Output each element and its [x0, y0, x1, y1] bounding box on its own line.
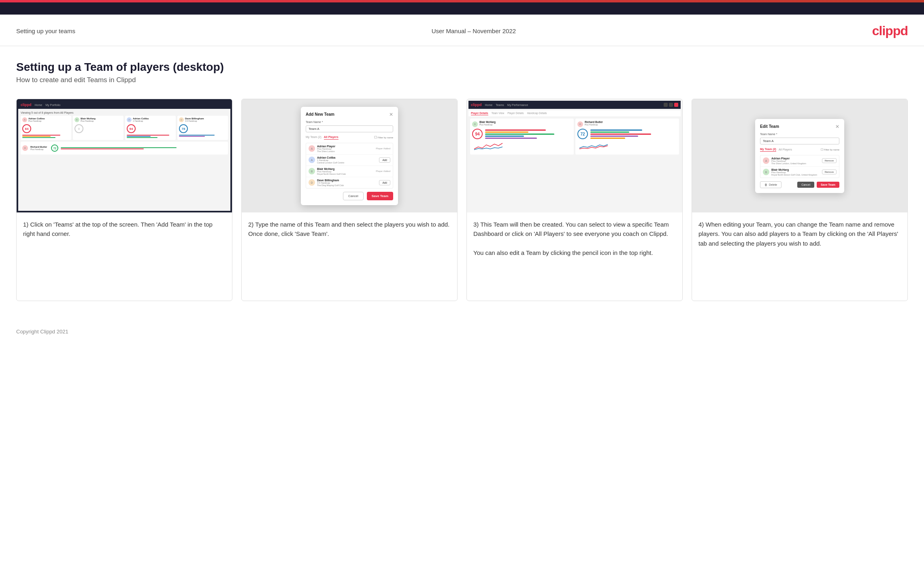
ss1-score-4: 78: [179, 124, 188, 133]
copyright-text: Copyright Clippd 2021: [16, 329, 68, 335]
modal-title: Add New Team: [306, 112, 334, 117]
player-added-label-1: Player Added: [376, 147, 390, 150]
ss1-avatar-4: D: [179, 117, 184, 122]
modal-player-row-4: D Dave Billingham 3.5 Handicap The Ding …: [306, 177, 393, 188]
ss3-score-row-2: 72: [577, 129, 677, 139]
edit-player-list: A Adrian Player Plus Handicap The Shire …: [760, 155, 839, 178]
ss1-bottom-score: 72: [51, 144, 58, 152]
edit-tab-all-players[interactable]: All Players: [779, 148, 792, 151]
ss3-players-grid: B Blair McHarg Plus Handicap 94: [468, 119, 681, 155]
page-subtitle: How to create and edit Teams in Clippd: [16, 76, 908, 84]
remove-player-button-1[interactable]: Remove: [822, 158, 837, 163]
edit-right-buttons: Cancel Save Team: [797, 182, 839, 188]
ss3-chart-1: [472, 141, 505, 151]
ss1-score-2: 0: [75, 124, 83, 133]
ss3-bars-2: [590, 129, 677, 139]
edit-save-team-button[interactable]: Save Team: [817, 182, 839, 188]
ss1-player-card-3: A Adrian Coliba 1 Handicap 94: [125, 116, 176, 140]
ss3-chart-2: [577, 141, 610, 151]
ss3-player-card-1: B Blair McHarg Plus Handicap 94: [470, 119, 574, 155]
ss1-nav-home: Home: [35, 104, 43, 106]
ss1-player-card-4: D Dave Billingham 3.5 Handicap 78: [177, 116, 228, 140]
ss1-logo: clippd: [21, 103, 32, 107]
edit-team-name-input[interactable]: [760, 138, 839, 144]
modal-player-info-1: Adrian Player Plus Handicap The Shire Lo…: [317, 145, 374, 153]
header-section-label: Setting up your teams: [16, 28, 75, 34]
edit-tab-my-team[interactable]: My Team (2): [760, 148, 776, 152]
save-team-button[interactable]: Save Team: [367, 192, 393, 200]
ss3-player-name-2: Richard Butler: [585, 121, 603, 123]
modal-avatar-2: A: [309, 157, 315, 163]
modal-title-row: Add New Team ✕: [306, 112, 393, 117]
screenshot-3: clippd Home Teams My Performance Player …: [467, 99, 682, 212]
modal-player-info-3: Blair McHarg Plus Handicap Royal North D…: [317, 168, 374, 175]
modal-player-list: A Adrian Player Plus Handicap The Shire …: [306, 143, 393, 189]
add-player-button-2[interactable]: Add: [379, 157, 390, 163]
ss1-nav: clippd Home My Portfolio: [18, 101, 230, 109]
edit-tabs: My Team (2) All Players ☐ Filter by name: [760, 148, 839, 152]
ss1-avatar-3: A: [127, 117, 132, 122]
card-2-text: 2) Type the name of this Team and then s…: [242, 212, 457, 301]
ss3-player-card-2: R Richard Butler Plus Handicap 72: [575, 119, 679, 155]
ss3-player-name-1: Blair McHarg: [479, 121, 496, 123]
ss1-bottom-avatar: R: [22, 145, 28, 151]
card-4-text: 4) When editing your Team, you can chang…: [692, 212, 907, 301]
modal-player-row-2: A Adrian Coliba 1 Handicap Central Londo…: [306, 155, 393, 166]
remove-player-button-2[interactable]: Remove: [822, 170, 837, 174]
edit-team-modal: Edit Team ✕ Team Name * My Team (2) All …: [755, 119, 844, 193]
delete-button[interactable]: 🗑 Delete: [760, 181, 781, 188]
ss3-logo: clippd: [471, 103, 482, 107]
edit-team-name-label: Team Name *: [760, 133, 839, 136]
header: Setting up your teams User Manual – Nove…: [0, 15, 924, 46]
ss1-avatar-1: A: [22, 117, 27, 122]
ss3-icon-1: [664, 103, 668, 107]
ss3-icon-3: [674, 103, 678, 107]
modal-team-name-input[interactable]: [306, 125, 393, 132]
modal-avatar-1: A: [309, 145, 315, 152]
card-3: clippd Home Teams My Performance Player …: [466, 99, 683, 301]
edit-player-row-1: A Adrian Player Plus Handicap The Shire …: [760, 155, 839, 167]
player-added-label-3: Player Added: [376, 170, 390, 172]
edit-player-row-2: B Blair McHarg Plus Handicap Royal North…: [760, 167, 839, 178]
modal-close-icon[interactable]: ✕: [389, 112, 393, 117]
tab-all-players[interactable]: All Players: [324, 136, 339, 140]
top-bar: [0, 0, 924, 15]
edit-filter-label: ☐ Filter by name: [821, 148, 839, 151]
modal-footer: Cancel Save Team: [306, 192, 393, 200]
edit-modal-close-icon[interactable]: ✕: [835, 124, 839, 129]
ss3-score-1: 94: [472, 129, 483, 139]
edit-cancel-button[interactable]: Cancel: [797, 182, 814, 188]
card-3-text: 3) This Team will then be created. You c…: [467, 212, 682, 301]
edit-footer: 🗑 Delete Cancel Save Team: [760, 181, 839, 188]
modal-avatar-3: B: [309, 168, 315, 174]
ss3-nav-home: Home: [485, 104, 493, 106]
edit-player-info-1: Adrian Player Plus Handicap The Shire Lo…: [771, 157, 820, 165]
header-manual-label: User Manual – November 2022: [432, 28, 516, 34]
cancel-button[interactable]: Cancel: [343, 192, 364, 200]
trash-icon: 🗑: [764, 183, 767, 186]
edit-avatar-1: A: [763, 157, 769, 164]
ss3-nav: clippd Home Teams My Performance: [468, 101, 681, 109]
edit-modal-title: Edit Team: [760, 124, 779, 129]
ss3-icon-2: [669, 103, 673, 107]
ss1-score-1: 84: [22, 124, 31, 133]
modal-player-row-1: A Adrian Player Plus Handicap The Shire …: [306, 143, 393, 155]
edit-player-info-2: Blair McHarg Plus Handicap Royal North D…: [771, 168, 820, 176]
card-4: Edit Team ✕ Team Name * My Team (2) All …: [692, 99, 908, 301]
top-bar-accent: [0, 0, 924, 2]
screenshot-2: Add New Team ✕ Team Name * My Team (2) A…: [242, 99, 457, 212]
modal-player-info-4: Dave Billingham 3.5 Handicap The Ding Ma…: [317, 179, 377, 187]
ss3-score-2: 72: [577, 129, 588, 139]
ss1-bottom-player: R Richard Butler Plus Handicap 72: [21, 142, 228, 155]
ss1-player-card-2: B Blair McHarg Plus Handicap 0: [73, 116, 123, 140]
tab-my-team[interactable]: My Team (2): [306, 136, 321, 139]
screenshot-4: Edit Team ✕ Team Name * My Team (2) All …: [692, 99, 907, 212]
ss3-bars-1: [485, 129, 572, 139]
ss3-nav-perf: My Performance: [507, 104, 528, 106]
modal-team-name-label: Team Name *: [306, 121, 393, 123]
modal-player-row-3: B Blair McHarg Plus Handicap Royal North…: [306, 166, 393, 177]
card-1-text: 1) Click on 'Teams' at the top of the sc…: [17, 212, 232, 301]
page-title: Setting up a Team of players (desktop): [16, 61, 908, 74]
add-player-button-4[interactable]: Add: [379, 180, 390, 185]
modal-filter-label: ☐ Filter by name: [374, 136, 393, 139]
